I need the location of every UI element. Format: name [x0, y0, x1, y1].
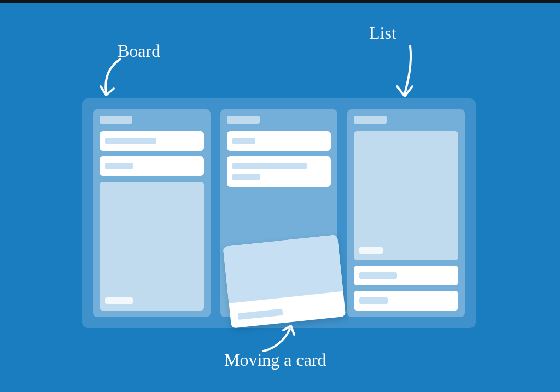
card-line [105, 163, 133, 169]
card[interactable] [227, 156, 331, 187]
card-line [359, 247, 383, 254]
list-1[interactable] [93, 109, 211, 317]
list-3[interactable] [347, 109, 465, 317]
card-line [105, 138, 156, 144]
card-line [232, 138, 256, 144]
card-line [359, 272, 396, 279]
arrow-board-icon [94, 55, 132, 104]
label-list: List [369, 23, 396, 43]
card-line [232, 163, 307, 169]
card-line [105, 297, 133, 304]
diagram-canvas: Board List Moving a card [0, 0, 560, 392]
card[interactable] [100, 156, 204, 176]
card[interactable] [354, 266, 458, 285]
card-line [232, 174, 260, 180]
card[interactable] [227, 131, 331, 151]
card-line [359, 297, 387, 304]
list-title [354, 116, 387, 124]
card[interactable] [354, 291, 458, 311]
moving-card[interactable] [223, 235, 346, 328]
card-tall[interactable] [100, 182, 204, 311]
card-tall[interactable] [354, 131, 458, 260]
card[interactable] [100, 131, 204, 151]
list-title [100, 116, 132, 124]
arrow-list-icon [383, 43, 421, 103]
card-line [238, 309, 283, 320]
list-title [227, 116, 260, 124]
